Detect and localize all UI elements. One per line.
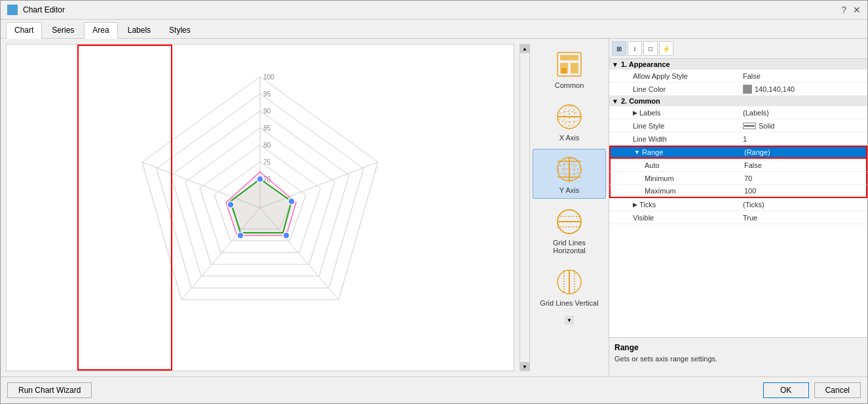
desc-title: Range [614, 343, 862, 352]
prop-name-line-style: Line Style [609, 122, 740, 130]
prop-name-minimum: Minimum [611, 174, 742, 182]
y-axis-label: Y Axis [559, 186, 579, 194]
tab-styles[interactable]: Styles [160, 22, 199, 38]
prop-auto[interactable]: Auto False [609, 159, 867, 172]
data-point-4 [237, 232, 244, 239]
prop-minimum[interactable]: Minimum 70 [609, 172, 867, 185]
scrollbar-up[interactable]: ▲ [520, 44, 529, 53]
prop-value-ticks: (Ticks) [740, 201, 867, 209]
prop-range[interactable]: ▼ Range (Range) [609, 146, 867, 159]
prop-name-maximum: Maximum [611, 187, 742, 195]
tab-chart[interactable]: Chart [6, 22, 42, 39]
prop-name-ticks: ▶ Ticks [609, 201, 740, 209]
scrollbar-down[interactable]: ▼ [520, 362, 529, 371]
tab-labels[interactable]: Labels [119, 22, 159, 38]
radar-chart-svg: 100 95 90 85 80 75 70 [109, 57, 411, 359]
color-swatch [743, 85, 752, 94]
panel-item-y-axis[interactable]: Y Axis [533, 149, 606, 199]
svg-rect-15 [560, 55, 578, 60]
panel-item-grid-v[interactable]: Grid Lines Vertical [533, 262, 606, 312]
line-style-swatch [743, 123, 756, 129]
common-chevron: ▼ [612, 98, 618, 105]
chart-inner: 100 95 90 85 80 75 70 [7, 45, 514, 371]
window-title: Chart Editor [23, 5, 65, 14]
tab-series[interactable]: Series [43, 22, 83, 38]
grid-h-icon [554, 206, 585, 237]
prop-ticks[interactable]: ▶ Ticks (Ticks) [609, 198, 867, 211]
cancel-button[interactable]: Cancel [814, 382, 861, 398]
common-icon [554, 49, 585, 80]
prop-visible[interactable]: Visible True [609, 211, 867, 224]
prop-maximum[interactable]: Maximum 100 [609, 185, 867, 198]
panel-item-grid-h[interactable]: Grid Lines Horizontal [533, 201, 606, 259]
color-value: 140,140,140 [755, 85, 795, 93]
radar-chart-container: 100 95 90 85 80 75 70 [7, 45, 514, 371]
prop-value-line-style: Solid [740, 122, 867, 130]
bottom-bar: Run Chart Wizard OK Cancel [1, 376, 867, 403]
prop-labels[interactable]: ▶ Labels (Labels) [609, 106, 867, 119]
prop-value-visible: True [740, 214, 867, 222]
props-grid-btn[interactable]: ⊞ [612, 41, 626, 56]
ticks-expand-icon[interactable]: ▶ [633, 201, 637, 208]
title-bar: Chart Editor ? ✕ [1, 1, 867, 20]
appearance-title: 1. Appearance [621, 60, 670, 68]
chart-scrollbar[interactable]: ▲ ▼ [519, 44, 530, 371]
svg-rect-18 [561, 68, 567, 73]
prop-name-labels: ▶ Labels [609, 109, 740, 117]
main-content: 100 95 90 85 80 75 70 [1, 39, 867, 376]
prop-name-line-color: Line Color [609, 85, 740, 93]
prop-name-allow-apply: Allow Apply Style [609, 72, 740, 80]
prop-value-minimum: 70 [742, 174, 866, 182]
section-appearance-header[interactable]: ▼ 1. Appearance [609, 59, 867, 70]
section-common: ▼ 2. Common ▶ Labels (Labels) Line Style [609, 96, 867, 224]
prop-allow-apply-style[interactable]: Allow Apply Style False [609, 70, 867, 83]
close-button[interactable]: ✕ [853, 5, 861, 15]
chart-preview-area: 100 95 90 85 80 75 70 [6, 44, 514, 371]
svg-rect-17 [571, 63, 578, 73]
app-icon [7, 5, 18, 15]
prop-name-line-width: Line Width [609, 135, 740, 143]
scroll-down-arrow[interactable]: ▼ [565, 315, 574, 325]
prop-value-line-width: 1 [740, 135, 867, 143]
prop-value-allow-apply: False [740, 72, 867, 80]
data-point-1 [257, 176, 263, 182]
section-common-header[interactable]: ▼ 2. Common [609, 96, 867, 106]
bottom-left: Run Chart Wizard [7, 382, 92, 398]
title-bar-controls: ? ✕ [841, 5, 861, 15]
prop-name-range: ▼ Range [611, 148, 742, 156]
ok-button[interactable]: OK [763, 382, 809, 398]
panel-item-x-axis[interactable]: X Axis [533, 96, 606, 146]
prop-value-range: (Range) [742, 148, 866, 156]
grid-v-icon [554, 266, 585, 298]
props-sort-btn[interactable]: ↕ [628, 41, 642, 56]
props-description: Range Gets or sets axis range settings. [609, 337, 867, 376]
prop-name-visible: Visible [609, 214, 740, 222]
x-axis-label: X Axis [559, 134, 580, 142]
prop-line-color[interactable]: Line Color 140,140,140 [609, 83, 867, 96]
axis-label-95: 95 [263, 91, 271, 98]
middle-panel-scroll-down[interactable]: ▼ [533, 314, 606, 326]
solid-line-indicator [744, 125, 755, 127]
common-label: Common [555, 81, 584, 89]
data-point-2 [288, 198, 295, 205]
props-lightning-btn[interactable]: ⚡ [659, 41, 673, 56]
axis-label-100: 100 [263, 73, 274, 81]
section-appearance: ▼ 1. Appearance Allow Apply Style False … [609, 59, 867, 96]
help-button[interactable]: ? [841, 5, 846, 15]
props-page-btn[interactable]: □ [643, 41, 658, 56]
props-tree: ▼ 1. Appearance Allow Apply Style False … [609, 59, 867, 337]
prop-name-auto: Auto [611, 161, 742, 169]
prop-line-width[interactable]: Line Width 1 [609, 132, 867, 146]
prop-value-labels: (Labels) [740, 109, 867, 117]
tab-area[interactable]: Area [84, 22, 117, 39]
range-expand-icon[interactable]: ▼ [634, 149, 640, 155]
x-axis-icon [554, 101, 585, 132]
axis-label-75: 75 [263, 159, 271, 166]
props-toolbar: ⊞ ↕ □ ⚡ [609, 39, 867, 59]
common-title: 2. Common [621, 97, 660, 105]
panel-item-common[interactable]: Common [533, 44, 606, 94]
run-chart-wizard-button[interactable]: Run Chart Wizard [7, 382, 92, 398]
prop-line-style[interactable]: Line Style Solid [609, 119, 867, 132]
labels-expand-icon[interactable]: ▶ [633, 110, 637, 116]
chart-editor-window: Chart Editor ? ✕ Chart Series Area Label… [0, 0, 868, 404]
